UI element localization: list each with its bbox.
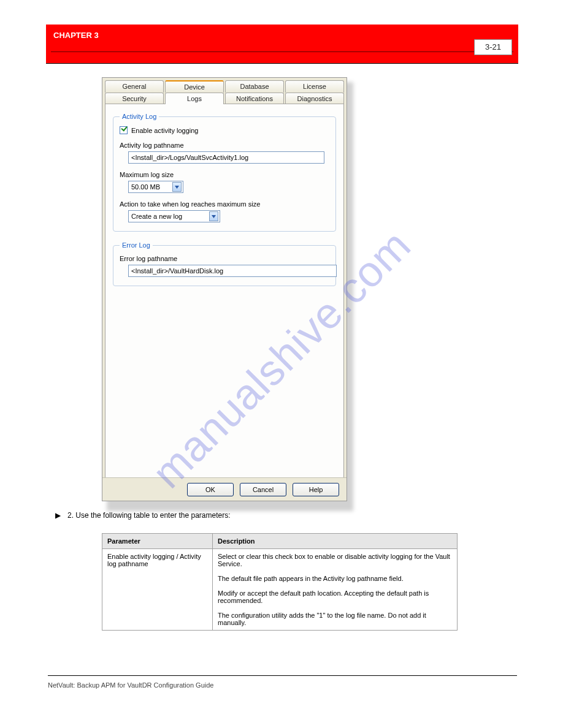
error-log-group: Error Log Error log pathname xyxy=(113,241,336,286)
page-number-box: 3-21 xyxy=(474,39,512,55)
max-log-size-value: 50.00 MB xyxy=(131,183,160,191)
action-label: Action to take when log reaches maximum … xyxy=(120,200,329,208)
enable-activity-label: Enable activity logging xyxy=(131,127,198,134)
tab-notifications[interactable]: Notifications xyxy=(225,93,284,104)
action-row: Action to take when log reaches maximum … xyxy=(120,200,329,222)
error-pathname-label: Error log pathname xyxy=(120,255,329,262)
dialog-container: General Device Database License Security… xyxy=(102,77,348,506)
tab-diagnostics[interactable]: Diagnostics xyxy=(285,93,344,104)
chevron-down-icon xyxy=(209,211,218,221)
max-log-size-label: Maximum log size xyxy=(120,171,329,178)
error-pathname-input[interactable] xyxy=(128,265,337,277)
step-instruction: 2. Use the following table to enter the … xyxy=(67,511,231,520)
max-log-size-row: Maximum log size 50.00 MB xyxy=(120,171,329,193)
tab-panel-logs: Activity Log Enable activity logging Act… xyxy=(105,104,344,479)
action-select[interactable]: Create a new log xyxy=(128,210,220,222)
chapter-label: CHAPTER 3 xyxy=(53,31,99,40)
max-log-size-select[interactable]: 50.00 MB xyxy=(128,181,183,193)
action-value: Create a new log xyxy=(131,213,182,220)
activity-log-legend: Activity Log xyxy=(120,113,159,120)
col-description: Description xyxy=(213,534,458,549)
step-number: 2. xyxy=(67,511,74,520)
tab-database[interactable]: Database xyxy=(225,80,284,93)
tab-license[interactable]: License xyxy=(285,80,344,93)
dialog-button-bar: OK Cancel Help xyxy=(102,477,347,501)
tab-device[interactable]: Device xyxy=(165,80,224,93)
tab-general[interactable]: General xyxy=(105,80,164,93)
help-button[interactable]: Help xyxy=(293,483,339,496)
tabs-row-2: Security Logs Notifications Diagnostics xyxy=(102,93,347,104)
chevron-down-icon xyxy=(172,182,182,192)
activity-pathname-row: Activity log pathname xyxy=(120,142,329,164)
error-log-legend: Error Log xyxy=(120,241,153,249)
cancel-button[interactable]: Cancel xyxy=(240,483,286,496)
activity-pathname-label: Activity log pathname xyxy=(120,142,329,149)
step-arrow-icon: ▶ xyxy=(55,511,61,520)
activity-log-group: Activity Log Enable activity logging Act… xyxy=(113,113,336,232)
col-parameter: Parameter xyxy=(102,534,213,549)
parameter-table: Parameter Description Enable activity lo… xyxy=(102,533,458,631)
tab-logs[interactable]: Logs xyxy=(165,93,224,104)
page-header: CHAPTER 3 3-21 xyxy=(46,25,518,64)
table-header-row: Parameter Description xyxy=(102,534,458,549)
footer-rule xyxy=(48,675,517,676)
enable-activity-row: Enable activity logging xyxy=(120,126,329,134)
enable-activity-checkbox[interactable] xyxy=(120,126,128,134)
footer-left-text: NetVault: Backup APM for VaultDR Configu… xyxy=(48,681,213,689)
tabs-row-1: General Device Database License xyxy=(102,78,347,93)
step-body: Use the following table to enter the par… xyxy=(75,511,230,520)
table-row: Enable activity logging / Activity log p… xyxy=(102,549,458,631)
error-pathname-row: Error log pathname xyxy=(120,255,329,277)
activity-pathname-input[interactable] xyxy=(128,151,324,164)
properties-dialog: General Device Database License Security… xyxy=(102,77,347,501)
tab-security[interactable]: Security xyxy=(105,93,164,104)
cell-description: Select or clear this check box to enable… xyxy=(213,549,458,631)
cell-parameter: Enable activity logging / Activity log p… xyxy=(102,549,213,631)
header-rule xyxy=(51,51,513,52)
ok-button[interactable]: OK xyxy=(187,483,234,496)
